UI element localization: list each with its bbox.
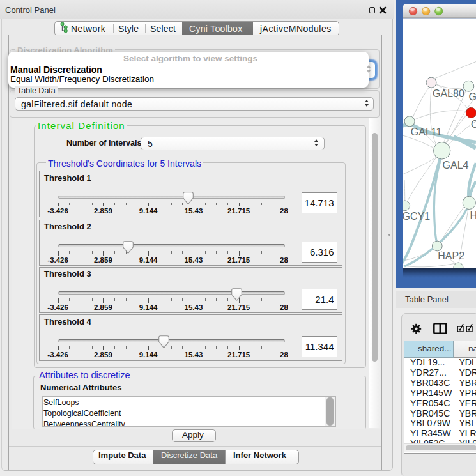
svg-text:HAP2: HAP2 [438, 250, 464, 261]
svg-text:GAL80: GAL80 [433, 88, 464, 99]
svg-text:GA: GA [469, 91, 476, 102]
svg-text:GCY1: GCY1 [403, 211, 431, 222]
svg-text:CY: CY [471, 119, 476, 130]
svg-text:HA: HA [470, 210, 476, 221]
svg-text:GAL4: GAL4 [443, 160, 469, 171]
svg-text:GAL11: GAL11 [411, 127, 442, 137]
